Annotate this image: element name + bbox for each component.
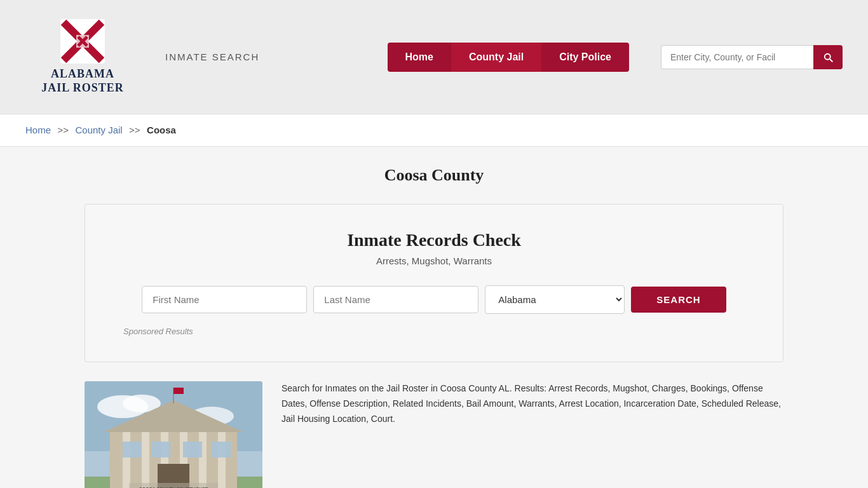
header-search-button[interactable] [813, 45, 843, 69]
svg-rect-15 [142, 432, 149, 488]
logo-area: ALABAMA JAIL ROSTER [25, 19, 140, 95]
header-search-input[interactable] [661, 45, 813, 69]
search-form-button[interactable]: SEARCH [631, 287, 726, 313]
courthouse-image: COOSA COUNTY COURTHOUSE [85, 381, 262, 488]
breadcrumb-current: Coosa [147, 125, 176, 135]
inmate-search-label: INMATE SEARCH [165, 51, 259, 62]
bottom-section: COOSA COUNTY COURTHOUSE Search for Inmat… [85, 381, 783, 488]
breadcrumb-county-jail-link[interactable]: County Jail [75, 125, 122, 135]
records-title: Inmate Records Check [123, 230, 745, 250]
logo-icon [60, 19, 105, 64]
svg-rect-21 [123, 442, 142, 458]
sponsored-results-label: Sponsored Results [123, 327, 745, 336]
breadcrumb-sep2: >> [129, 125, 140, 135]
svg-rect-14 [123, 432, 130, 488]
records-check-box: Inmate Records Check Arrests, Mugshot, W… [85, 204, 783, 362]
svg-rect-24 [212, 442, 231, 458]
state-select[interactable]: Alabama Alaska Arizona Arkansas Californ… [485, 285, 625, 314]
breadcrumb: Home >> County Jail >> Coosa [0, 114, 868, 147]
nav-home-button[interactable]: Home [388, 43, 451, 72]
breadcrumb-sep1: >> [57, 125, 69, 135]
breadcrumb-home-link[interactable]: Home [25, 125, 51, 135]
records-subtitle: Arrests, Mugshot, Warrants [123, 255, 745, 266]
nav-county-jail-button[interactable]: County Jail [451, 43, 541, 72]
nav-city-police-button[interactable]: City Police [541, 43, 629, 72]
first-name-input[interactable] [142, 286, 307, 313]
page-title: Coosa County [25, 166, 843, 185]
svg-rect-18 [199, 432, 207, 488]
svg-rect-22 [151, 442, 170, 458]
inmate-search-form: Alabama Alaska Arizona Arkansas Californ… [123, 285, 745, 314]
courthouse-svg: COOSA COUNTY COURTHOUSE [85, 381, 262, 488]
logo-text: ALABAMA JAIL ROSTER [41, 67, 124, 95]
header-nav: Home County Jail City Police [388, 43, 630, 72]
svg-rect-28 [173, 388, 184, 394]
svg-rect-19 [218, 432, 226, 488]
main-content: Coosa County Inmate Records Check Arrest… [0, 147, 868, 488]
svg-rect-23 [183, 442, 202, 458]
description-text: Search for Inmates on the Jail Roster in… [281, 381, 783, 426]
search-icon [822, 51, 834, 63]
last-name-input[interactable] [313, 286, 478, 313]
header-search-area [661, 45, 843, 69]
site-header: ALABAMA JAIL ROSTER INMATE SEARCH Home C… [0, 0, 868, 114]
